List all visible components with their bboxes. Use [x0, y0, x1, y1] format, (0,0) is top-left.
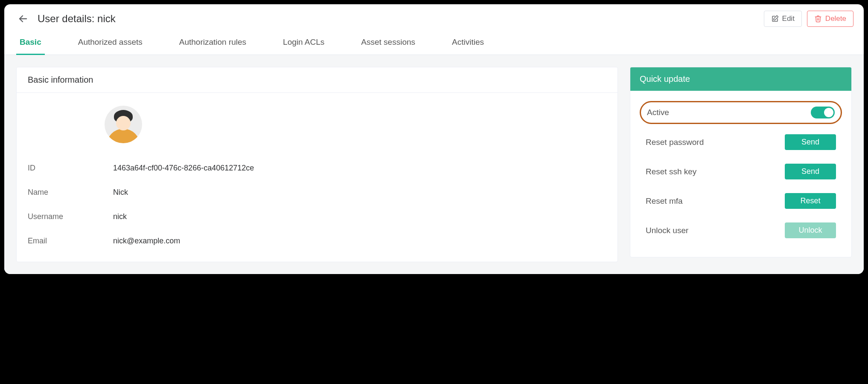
- edit-icon: [771, 15, 779, 23]
- trash-icon: [814, 15, 822, 23]
- active-label: Active: [647, 108, 669, 117]
- reset-ssh-button[interactable]: Send: [785, 164, 836, 179]
- name-label: Name: [28, 188, 113, 197]
- id-value: 1463a64f-cf00-476c-8266-ca40612712ce: [113, 164, 254, 173]
- basic-info-title: Basic information: [17, 67, 618, 93]
- back-button[interactable]: [15, 10, 32, 27]
- quick-update-card: Quick update Active Reset password Send …: [630, 67, 852, 257]
- tab-login-acls[interactable]: Login ACLs: [280, 32, 328, 55]
- quick-row-active: Active: [640, 101, 842, 124]
- username-label: Username: [28, 212, 113, 221]
- info-row-username: Username nick: [28, 205, 606, 229]
- tab-basic[interactable]: Basic: [16, 32, 45, 55]
- arrow-left-icon: [18, 14, 28, 24]
- tab-authorization-rules[interactable]: Authorization rules: [176, 32, 250, 55]
- quick-row-reset-mfa: Reset mfa Reset: [640, 186, 842, 216]
- username-value: nick: [113, 212, 127, 221]
- reset-ssh-label: Reset ssh key: [646, 167, 696, 176]
- email-value: nick@example.com: [113, 237, 180, 245]
- info-row-id: ID 1463a64f-cf00-476c-8266-ca40612712ce: [28, 156, 606, 180]
- quick-row-reset-password: Reset password Send: [640, 127, 842, 157]
- info-row-name: Name Nick: [28, 180, 606, 205]
- reset-mfa-label: Reset mfa: [646, 196, 683, 206]
- user-avatar: [105, 106, 142, 143]
- active-toggle[interactable]: [811, 107, 835, 118]
- tab-activities[interactable]: Activities: [449, 32, 487, 55]
- edit-label: Edit: [782, 14, 795, 23]
- tab-asset-sessions[interactable]: Asset sessions: [358, 32, 419, 55]
- tab-authorized-assets[interactable]: Authorized assets: [75, 32, 146, 55]
- reset-mfa-button[interactable]: Reset: [785, 193, 836, 209]
- id-label: ID: [28, 164, 113, 173]
- page-header: User details: nick Edit Delete: [4, 4, 864, 32]
- unlock-user-button[interactable]: Unlock: [785, 222, 836, 238]
- reset-password-button[interactable]: Send: [785, 134, 836, 150]
- name-value: Nick: [113, 188, 128, 197]
- edit-button[interactable]: Edit: [764, 11, 802, 27]
- unlock-user-label: Unlock user: [646, 226, 688, 235]
- info-row-email: Email nick@example.com: [28, 229, 606, 253]
- quick-row-unlock-user: Unlock user Unlock: [640, 216, 842, 245]
- basic-info-card: Basic information ID 1463a64f-cf00-476c-…: [16, 67, 618, 262]
- reset-password-label: Reset password: [646, 138, 704, 147]
- quick-row-reset-ssh: Reset ssh key Send: [640, 157, 842, 186]
- page-title: User details: nick: [38, 13, 764, 25]
- delete-button[interactable]: Delete: [807, 11, 853, 27]
- email-label: Email: [28, 237, 113, 245]
- delete-label: Delete: [825, 14, 846, 23]
- tabs: Basic Authorized assets Authorization ru…: [4, 32, 864, 55]
- quick-update-title: Quick update: [630, 67, 851, 91]
